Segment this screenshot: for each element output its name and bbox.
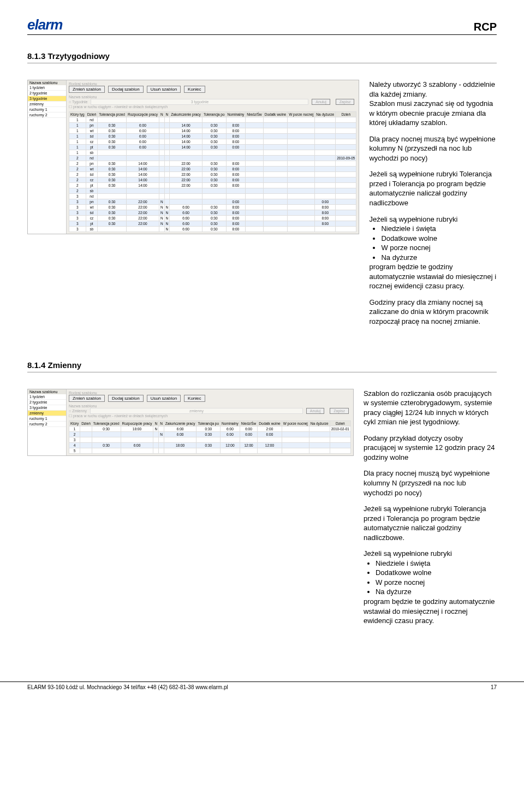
cell [226, 156, 246, 161]
cell: 6:00 [126, 139, 159, 145]
col-header: W porze nocnej [288, 112, 315, 117]
cell [159, 442, 164, 448]
cell: 3 [69, 221, 86, 227]
cell: sb [86, 188, 98, 194]
usun-button[interactable]: Usuń szablon [147, 395, 181, 402]
cell: 8:00 [226, 183, 246, 188]
list-item[interactable]: ruchomy 1 [28, 107, 66, 112]
koniec-button[interactable]: Koniec [184, 395, 205, 402]
list-item[interactable]: 1 tydzień [28, 394, 66, 400]
cell [263, 156, 287, 161]
cell [98, 194, 127, 199]
koniec-button[interactable]: Koniec [184, 86, 205, 93]
cell: 8:00 [315, 216, 336, 221]
para: Jeżeli są wypełnione rubryki Tolerancja … [364, 504, 497, 542]
col-header: Dzień [336, 112, 356, 117]
cell: 8:00 [226, 221, 246, 227]
list-item[interactable]: 2 tygodnie [28, 91, 66, 96]
cell [98, 227, 127, 232]
cell: N [164, 205, 170, 210]
cell [159, 128, 164, 134]
radio-label: Tygodnie [72, 100, 87, 104]
table-row: 2wt0:3014:0022:000:308:00 [69, 167, 356, 172]
cell [288, 210, 315, 216]
list-item[interactable]: zmienny [28, 102, 66, 107]
dodaj-button[interactable]: Dodaj szablon [108, 86, 144, 93]
cell: 0:30 [202, 145, 226, 150]
cell [288, 139, 315, 145]
cell [202, 199, 226, 205]
zmien-button[interactable]: Zmień szablon [69, 86, 105, 93]
text-col-2: Szablon do rozliczania osób pracujących … [364, 389, 497, 632]
list-item-selected[interactable]: 3 tygodnie [28, 96, 66, 102]
list-item[interactable]: 2 tygodnie [28, 400, 66, 405]
table-row: 2sb [69, 188, 356, 194]
cell [309, 431, 330, 437]
cell: 6:00 [170, 210, 203, 216]
cell [202, 117, 226, 123]
cell [159, 227, 164, 232]
list-item[interactable]: ruchomy 2 [28, 112, 66, 118]
cell [246, 161, 263, 167]
list-item[interactable]: 3 tygodnie [28, 405, 66, 411]
cell: 6:00 [126, 128, 159, 134]
cell: 1 [69, 134, 86, 139]
col-header: Który tyg [69, 112, 86, 117]
cell: 2 [69, 177, 86, 183]
cell [263, 194, 287, 199]
cell [263, 172, 287, 177]
cell [315, 167, 336, 172]
col-header: N [153, 420, 159, 426]
col-header: Dodatk wolne [258, 420, 282, 426]
page-number: 17 [491, 684, 497, 690]
cell [288, 167, 315, 172]
dodaj-button[interactable]: Dodaj szablon [108, 395, 144, 402]
bullet: Niedziele i święta [376, 559, 497, 568]
list-item-selected[interactable]: zmienny [28, 411, 66, 416]
cell: nd [86, 156, 98, 161]
anuluj-button: Anuluj [312, 99, 330, 105]
cell [315, 150, 336, 156]
cell: 3 [69, 199, 86, 205]
para: Jeżeli są wypełnione rubryki Tolerancja … [369, 169, 497, 208]
cell [159, 177, 164, 183]
cell [309, 426, 330, 431]
usun-button[interactable]: Usuń szablon [147, 86, 181, 93]
list-item[interactable]: 1 tydzień [28, 85, 66, 91]
cell: N [159, 205, 164, 210]
cell [315, 183, 336, 188]
cell: 8:00 [315, 210, 336, 216]
cell [263, 123, 287, 128]
cell: 2 [69, 167, 86, 172]
cell: N [164, 227, 170, 232]
cell [263, 221, 287, 227]
cell [164, 156, 170, 161]
cell [202, 156, 226, 161]
cell [126, 150, 159, 156]
cell [164, 123, 170, 128]
table-row: 1pn0:306:0014:000:308:00 [69, 123, 356, 128]
cell [263, 177, 287, 183]
cell [246, 134, 263, 139]
cell [263, 161, 287, 167]
list-item[interactable]: ruchomy 1 [28, 416, 66, 422]
cell [164, 128, 170, 134]
cell [196, 437, 221, 442]
cell: pn [86, 123, 98, 128]
cell: śd [86, 172, 98, 177]
cell [159, 117, 164, 123]
cell: 0:30 [202, 167, 226, 172]
cell [164, 145, 170, 150]
cell [80, 437, 92, 442]
cell [170, 150, 203, 156]
cell [126, 188, 159, 194]
zmien-button[interactable]: Zmień szablon [69, 395, 105, 402]
list-item[interactable]: ruchomy 2 [28, 422, 66, 427]
cell: 6:00 [126, 123, 159, 128]
cell: 6:00 [164, 431, 196, 437]
cell [159, 194, 164, 199]
cell: 2 [69, 188, 86, 194]
cell: 0:30 [98, 161, 127, 167]
cell: 1 [69, 426, 80, 431]
bullet: Dodatkowe wolne [376, 568, 497, 578]
